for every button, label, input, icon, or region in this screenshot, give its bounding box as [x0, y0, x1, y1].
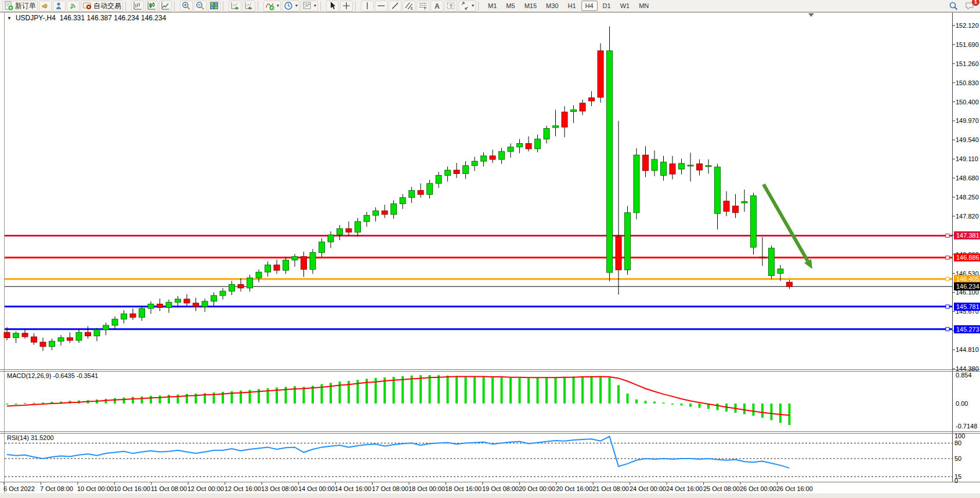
auto-scroll-button[interactable]	[229, 1, 241, 12]
window-bottom-edge	[0, 493, 980, 498]
price-tick-label: 151.260	[956, 60, 979, 67]
text-a-icon: A	[432, 1, 442, 10]
market-button[interactable]	[53, 1, 66, 12]
rsi-panel[interactable]	[5, 437, 952, 477]
auto-scroll-icon	[230, 1, 240, 10]
zoom-in-button[interactable]	[180, 1, 193, 12]
tile-windows-button[interactable]	[208, 1, 220, 12]
time-tick-label: 20 Oct 16:00	[556, 485, 592, 492]
time-tick-label: 12 Oct 00:00	[187, 485, 224, 492]
time-tick-label: 18 Oct 00:00	[408, 485, 445, 492]
toolbar: 新订单自动交易▾▾▾EFAT▾M1M5M15M30H1H4D1W1MN1	[0, 0, 980, 12]
chevron-down-icon[interactable]: ▾	[277, 3, 279, 8]
price-line-badge: 145.781	[954, 303, 980, 311]
chart-shift-marker[interactable]	[808, 13, 814, 17]
macd-panel[interactable]	[6, 375, 791, 425]
indicators-button[interactable]: ▾	[263, 1, 281, 12]
price-line-badge: 147.381	[954, 231, 980, 239]
tile-icon	[209, 1, 219, 10]
vertical-line-button[interactable]	[361, 1, 374, 12]
templates-icon	[302, 1, 312, 10]
chart-ohlc-values: 146.331 146.387 146.234 146.234	[60, 14, 167, 22]
search-icon	[949, 1, 958, 10]
timeframe-h1-button[interactable]: H1	[563, 1, 580, 11]
line-chart-button[interactable]	[159, 1, 172, 12]
price-tick-label: 144.810	[956, 346, 979, 353]
new-order-label: 新订单	[15, 1, 36, 11]
autotrade-icon	[82, 1, 92, 10]
chevron-down-icon[interactable]: ▾	[295, 3, 298, 8]
price-tick-label: 150.400	[956, 99, 979, 106]
metaeditor-button[interactable]	[39, 1, 52, 12]
search-button[interactable]	[947, 1, 960, 12]
timeframe-m5-button[interactable]: M5	[502, 1, 519, 11]
text-button[interactable]: A	[431, 1, 443, 12]
time-tick-label: 26 Oct 16:00	[776, 485, 813, 492]
notifications-button[interactable]: 1	[963, 1, 976, 12]
time-tick-label: 14 Oct 16:00	[335, 485, 371, 492]
price-tick-label: 149.110	[956, 155, 978, 162]
timeframe-m30-button[interactable]: M30	[542, 1, 562, 11]
chart-area[interactable]	[0, 0, 980, 498]
timeframe-m1-button[interactable]: M1	[484, 1, 501, 11]
macd-indicator-label: MACD(12,26,9) -0.6435 -0.3541	[7, 372, 98, 379]
timeframe-h4-button[interactable]: H4	[581, 1, 598, 11]
toolbar-separator	[355, 2, 359, 10]
time-tick-label: 19 Oct 08:00	[482, 485, 519, 492]
timeframe-mn-button[interactable]: MN	[635, 1, 653, 11]
price-tick-label: 148.680	[956, 175, 979, 181]
chevron-down-icon[interactable]: ▾	[314, 3, 316, 8]
svg-text:E: E	[411, 6, 414, 10]
channel-icon: E	[404, 1, 414, 10]
horizontal-line-button[interactable]	[375, 1, 388, 12]
candles-layer[interactable]	[4, 27, 793, 351]
bar-chart-button[interactable]	[131, 1, 144, 12]
crosshair-button[interactable]	[340, 1, 353, 12]
indicators-icon	[265, 1, 274, 10]
toolbar-separator	[320, 2, 324, 10]
macd-tick-label: 0.00	[956, 400, 968, 407]
toolbar-separator	[174, 2, 178, 10]
text-label-button[interactable]: T	[444, 1, 457, 12]
timeframe-d1-button[interactable]: D1	[599, 1, 615, 11]
time-tick-label: 21 Oct 08:00	[592, 485, 629, 492]
cursor-button[interactable]	[326, 1, 339, 12]
time-tick-label: 18 Oct 16:00	[445, 485, 482, 492]
new-order-button[interactable]: 新订单	[2, 1, 38, 12]
chevron-down-icon[interactable]: ▼	[7, 16, 12, 21]
text-label-icon: T	[446, 1, 455, 10]
price-lines-layer[interactable]	[5, 234, 952, 330]
trendline-button[interactable]	[389, 1, 402, 12]
svg-text:T: T	[450, 3, 453, 9]
zoom-out-button[interactable]	[194, 1, 207, 12]
arrows-button[interactable]: ▾	[458, 1, 476, 12]
trendline-icon	[390, 1, 400, 10]
periods-button[interactable]: ▾	[282, 1, 299, 12]
autotrading-button[interactable]: 自动交易	[81, 1, 123, 12]
line-chart-icon	[161, 1, 170, 10]
rsi-tick-label: 80	[954, 439, 961, 446]
time-tick-label: 7 Oct 08:00	[40, 485, 73, 492]
price-tick-label: 149.970	[956, 117, 979, 124]
equidistant-channel-button[interactable]: E	[403, 1, 415, 12]
candlestick-chart-button[interactable]	[145, 1, 158, 12]
timeframe-m15-button[interactable]: M15	[520, 1, 541, 11]
chart-title: ▼ USDJPY-,H4 146.331 146.387 146.234 146…	[7, 14, 166, 22]
time-tick-label: 17 Oct 08:00	[372, 485, 408, 492]
time-tick-label: 10 Oct 16:00	[114, 485, 150, 492]
toolbar-separator	[478, 2, 482, 10]
notification-badge: 1	[972, 0, 979, 6]
signals-button[interactable]	[67, 1, 79, 12]
price-line-badge: 146.886	[954, 253, 980, 261]
fibonacci-button[interactable]: F	[417, 1, 429, 12]
price-tick-label: 147.820	[956, 213, 979, 220]
chart-shift-button[interactable]	[243, 1, 255, 12]
rsi-tick-label: 100	[954, 432, 965, 439]
chevron-down-icon[interactable]: ▾	[472, 3, 474, 8]
fibo-icon: F	[418, 1, 428, 10]
timeframe-w1-button[interactable]: W1	[616, 1, 634, 11]
signal-icon	[68, 1, 78, 10]
templates-button[interactable]: ▾	[301, 1, 318, 12]
arrows-icon	[460, 1, 469, 10]
candlestick-icon	[147, 1, 156, 10]
